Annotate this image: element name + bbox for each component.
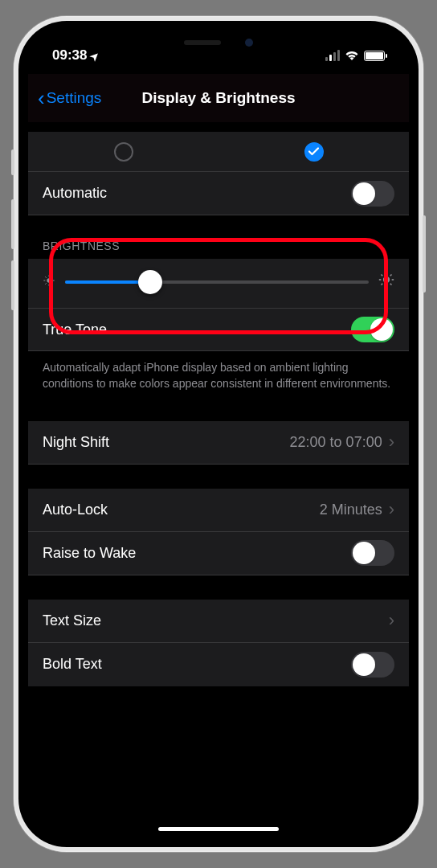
cellular-signal-icon [325,50,340,61]
svg-line-6 [51,283,52,284]
device-bezel: 09:38 ➤ ‹ Settings Di [18,21,419,847]
status-right [325,50,385,61]
wifi-icon [345,50,359,61]
text-size-row[interactable]: Text Size › [28,600,409,643]
brightness-slider[interactable] [65,280,369,284]
raise-to-wake-switch[interactable] [351,540,394,566]
status-left: 09:38 ➤ [52,47,99,63]
auto-lock-row[interactable]: Auto-Lock 2 Minutes › [28,489,409,532]
brightness-thumb[interactable] [138,270,162,294]
true-tone-footer: Automatically adapt iPhone display based… [28,351,409,397]
true-tone-label: True Tone [43,321,351,338]
appearance-dark-radio[interactable] [304,142,324,162]
auto-lock-value: 2 Minutes [320,502,382,518]
page-title: Display & Brightness [141,89,295,107]
svg-line-16 [382,284,383,285]
volume-down-button [11,260,14,310]
night-shift-row[interactable]: Night Shift 22:00 to 07:00 › [28,421,409,465]
night-shift-value: 22:00 to 07:00 [290,434,382,451]
brightness-header: BRIGHTNESS [28,215,409,259]
bold-text-label: Bold Text [43,656,351,673]
svg-line-15 [390,284,392,285]
sun-min-icon [43,274,55,290]
status-time: 09:38 [52,47,87,63]
back-label: Settings [47,89,102,107]
appearance-selector-row [28,132,409,172]
automatic-switch[interactable] [351,181,394,207]
brightness-slider-row [28,259,409,308]
appearance-light-radio[interactable] [114,142,133,162]
chevron-left-icon: ‹ [38,88,45,108]
raise-to-wake-row: Raise to Wake [28,532,409,575]
side-button [423,215,426,293]
home-indicator[interactable] [158,827,279,831]
notch [138,31,299,55]
svg-line-17 [390,275,392,276]
svg-line-14 [382,275,383,276]
mute-switch [11,149,14,175]
auto-lock-label: Auto-Lock [43,502,320,518]
screen: 09:38 ➤ ‹ Settings Di [28,31,409,837]
chevron-right-icon: › [389,499,394,520]
bold-text-row: Bold Text [28,643,409,686]
back-button[interactable]: ‹ Settings [38,88,101,108]
raise-to-wake-label: Raise to Wake [43,545,351,562]
svg-point-9 [383,276,390,283]
chevron-right-icon: › [389,432,394,452]
svg-point-0 [47,278,51,282]
location-arrow-icon: ➤ [88,48,102,63]
bold-text-switch[interactable] [351,652,394,678]
text-size-label: Text Size [43,612,389,629]
nav-bar: ‹ Settings Display & Brightness [28,74,409,122]
automatic-label: Automatic [43,185,351,202]
content: Automatic BRIGHTNESS [28,132,409,837]
svg-line-7 [45,283,46,284]
chevron-right-icon: › [389,610,394,631]
true-tone-row: True Tone [28,308,409,351]
front-camera [245,39,253,47]
device-frame: 09:38 ➤ ‹ Settings Di [14,16,423,852]
speaker-grille [184,40,221,45]
night-shift-label: Night Shift [43,434,290,451]
sun-max-icon [378,272,394,292]
volume-up-button [11,199,14,249]
svg-line-5 [45,276,46,277]
true-tone-switch[interactable] [351,317,394,342]
svg-line-8 [51,276,52,277]
automatic-row: Automatic [28,172,409,215]
battery-icon [364,51,385,61]
